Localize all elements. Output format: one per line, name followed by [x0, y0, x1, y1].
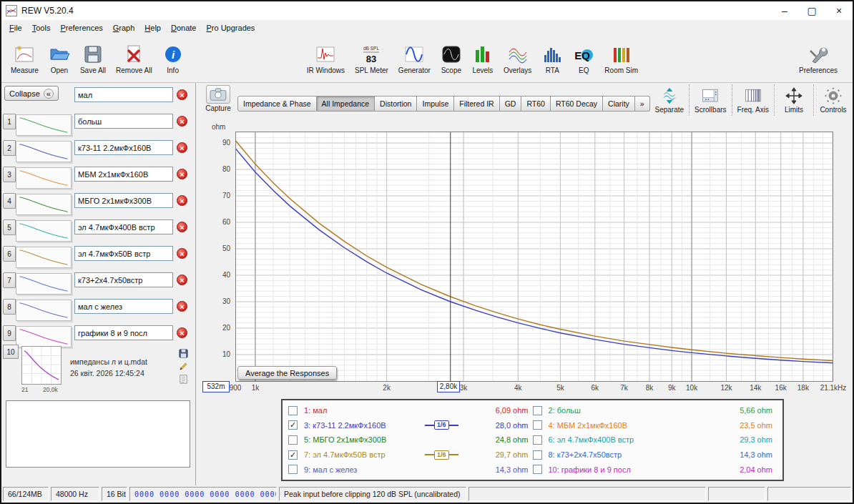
- legend-checkbox[interactable]: [533, 450, 542, 460]
- measurement-tab-2[interactable]: 2: [3, 140, 16, 156]
- toolbar-measure-button[interactable]: Measure: [6, 41, 44, 76]
- menu-pro-upgrades[interactable]: Pro Upgrades: [201, 21, 260, 34]
- toolbar-info-button[interactable]: iInfo: [157, 41, 189, 76]
- measurement-tab-4[interactable]: 4: [3, 193, 16, 209]
- legend-checkbox[interactable]: [288, 465, 298, 474]
- measurement-tab-10[interactable]: 10: [3, 345, 19, 359]
- toolbar-rta-button[interactable]: RTA: [536, 41, 568, 76]
- measurement-tab-9[interactable]: 9: [3, 325, 16, 341]
- measurement-tab-5[interactable]: 5: [3, 219, 16, 235]
- graph-tab-impedance-phase[interactable]: Impedance & Phase: [237, 96, 317, 112]
- delete-measurement-button[interactable]: ×: [177, 89, 187, 100]
- legend-checkbox[interactable]: ✓: [288, 420, 298, 430]
- smoothing-indicator[interactable]: 1/6: [425, 450, 458, 460]
- menu-donate[interactable]: Donate: [166, 21, 201, 34]
- toolbar-scope-button[interactable]: Scope: [436, 41, 467, 76]
- toolbar-spl-meter-button[interactable]: dB SPL83SPL Meter: [350, 41, 393, 76]
- legend-row-6-4-7-400: 6: эл 4.7мкФх400В встр29,3 ohm: [533, 433, 777, 447]
- graph-controls-button[interactable]: Controls: [817, 87, 850, 114]
- impedance-plot[interactable]: [235, 132, 833, 382]
- menu-preferences[interactable]: Preferences: [55, 21, 107, 34]
- thumbnail-range-low: 21: [21, 386, 28, 393]
- graph-separate-button[interactable]: Separate: [652, 87, 686, 114]
- x-tick-6k: 6k: [579, 384, 611, 392]
- delete-measurement-button[interactable]: ×: [177, 301, 187, 312]
- graph-tab-distortion[interactable]: Distortion: [375, 96, 417, 112]
- toolbar-group-center: IR WindowsdB SPL83SPL MeterGeneratorScop…: [302, 41, 643, 76]
- graph-tab-rt60[interactable]: RT60: [521, 96, 551, 112]
- legend-checkbox[interactable]: [533, 420, 542, 430]
- graph-tab-impulse[interactable]: Impulse: [417, 96, 454, 112]
- menu-tools[interactable]: Tools: [27, 21, 56, 34]
- notes-area[interactable]: [6, 400, 190, 468]
- menu-file[interactable]: File: [4, 21, 27, 34]
- graph-tab-clarity[interactable]: Clarity: [603, 96, 635, 112]
- measurement-name-input[interactable]: [74, 325, 173, 340]
- legend-checkbox[interactable]: [288, 406, 298, 415]
- delete-measurement-button[interactable]: ×: [177, 275, 187, 285]
- toolbar-eq-button[interactable]: EQEQ: [568, 41, 599, 76]
- toolbar-room-sim-button[interactable]: Room Sim: [599, 41, 643, 76]
- separator: [732, 84, 732, 116]
- measurement-name-input[interactable]: [74, 299, 173, 314]
- graph-tab-all-impedance[interactable]: All Impedance: [317, 96, 376, 112]
- measurement-name-input[interactable]: [74, 167, 173, 182]
- graph-freq-axis-button[interactable]: Freq. Axis: [735, 87, 771, 114]
- legend-checkbox[interactable]: [533, 465, 542, 474]
- measurement-name-input[interactable]: [74, 246, 173, 261]
- graph-limits-button[interactable]: Limits: [777, 87, 810, 114]
- graph-tab-gd[interactable]: GD: [500, 96, 522, 112]
- pencil-icon[interactable]: [179, 362, 188, 371]
- toolbar-remove-all-button[interactable]: Remove All: [111, 41, 157, 76]
- capture-button[interactable]: Capture: [202, 85, 235, 112]
- measurement-tab-6[interactable]: 6: [3, 246, 16, 262]
- delete-measurement-button[interactable]: ×: [177, 248, 187, 259]
- graph-tab-filtered-ir[interactable]: Filtered IR: [454, 96, 499, 112]
- graph-scrollbars-button[interactable]: Scrollbars: [692, 87, 728, 114]
- toolbar-ir-windows-button[interactable]: IR Windows: [302, 41, 350, 76]
- status-spacer-1: [468, 487, 706, 501]
- measurement-name-input[interactable]: [74, 140, 173, 155]
- delete-measurement-button[interactable]: ×: [177, 116, 187, 127]
- measurement-tab-1[interactable]: 1: [3, 114, 16, 129]
- legend-checkbox[interactable]: [533, 435, 542, 445]
- graph-tab-rt60-decay[interactable]: RT60 Decay: [551, 96, 603, 112]
- average-responses-button[interactable]: Average the Responses: [237, 366, 337, 380]
- graph-tab-item[interactable]: »: [635, 96, 650, 112]
- measurement-tab-3[interactable]: 3: [3, 167, 16, 182]
- measurement-name-input[interactable]: [74, 87, 173, 102]
- toolbar-overlays-button[interactable]: Overlays: [499, 41, 536, 76]
- notes-icon[interactable]: [179, 375, 188, 384]
- toolbar-levels-button[interactable]: Levels: [467, 41, 499, 76]
- measurement-name-input[interactable]: [74, 114, 173, 129]
- legend-trace-label: 4: МБМ 2х1мкФх160В: [549, 421, 628, 430]
- save-icon[interactable]: [179, 349, 188, 358]
- delete-measurement-button[interactable]: ×: [177, 195, 187, 206]
- toolbar-room-sim-label: Room Sim: [604, 66, 638, 74]
- maximize-button[interactable]: ▢: [798, 1, 825, 20]
- minimize-button[interactable]: –: [771, 1, 798, 20]
- measurement-name-input[interactable]: [74, 193, 173, 208]
- selected-measurement-thumbnail: [21, 346, 62, 385]
- toolbar-open-button[interactable]: Open: [44, 41, 75, 76]
- legend-checkbox[interactable]: [533, 406, 542, 415]
- menu-graph[interactable]: Graph: [108, 21, 140, 34]
- toolbar-save-all-button[interactable]: Save All: [75, 41, 111, 76]
- toolbar-preferences-button[interactable]: Preferences: [794, 41, 843, 76]
- delete-measurement-button[interactable]: ×: [177, 169, 187, 179]
- delete-measurement-button[interactable]: ×: [177, 222, 187, 232]
- delete-measurement-button[interactable]: ×: [177, 327, 187, 338]
- measurement-name-input[interactable]: [74, 219, 173, 234]
- measurement-tab-8[interactable]: 8: [3, 299, 16, 315]
- smoothing-indicator[interactable]: 1/6: [425, 420, 458, 430]
- legend-checkbox[interactable]: [288, 435, 298, 445]
- toolbar-generator-button[interactable]: Generator: [393, 41, 436, 76]
- menu-help[interactable]: Help: [139, 21, 166, 34]
- delete-measurement-button[interactable]: ×: [177, 142, 187, 153]
- measurement-thumbnail: [16, 326, 72, 347]
- close-button[interactable]: ×: [825, 1, 853, 20]
- legend-row-8-73-2-4-7-50: 8: к73+2х4.7х50встр14,3 ohm: [533, 448, 777, 462]
- measurement-name-input[interactable]: [74, 272, 173, 287]
- measurement-tab-7[interactable]: 7: [3, 272, 16, 288]
- legend-checkbox[interactable]: ✓: [288, 450, 298, 460]
